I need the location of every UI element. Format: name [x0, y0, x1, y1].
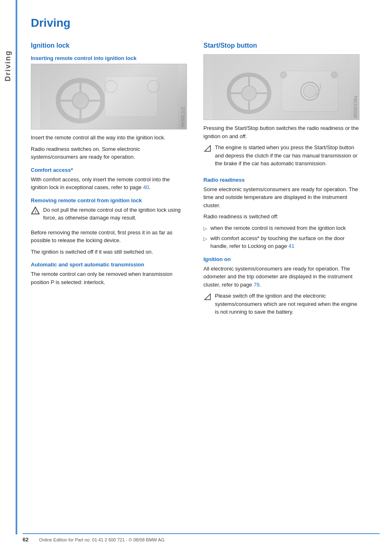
svg-text:!: !: [35, 209, 36, 213]
inserting-para1: Insert the remote control all the way in…: [31, 134, 187, 142]
ignition-image-inner: Z7C30BAA: [31, 64, 187, 129]
comfort-page-ref[interactable]: 40: [143, 184, 149, 190]
section-start-stop: Start/Stop button: [203, 42, 360, 49]
svg-point-17: [242, 86, 256, 101]
footer-text: Online Edition for Part no. 01 41 2 600 …: [39, 537, 164, 542]
subsection-inserting-heading: Inserting remote control into ignition l…: [31, 55, 187, 61]
start-stop-intro: Pressing the Start/Stop button switches …: [203, 124, 360, 140]
left-column: Ignition lock Inserting remote control i…: [31, 42, 187, 323]
engine-note-block: The engine is started when you press the…: [203, 143, 360, 171]
comfort-para: With comfort access, only insert the rem…: [31, 176, 187, 192]
ignition-note-block: Please switch off the ignition and the e…: [203, 292, 360, 319]
blue-vertical-bar: [16, 0, 17, 534]
sidebar-driving-label: Driving: [0, 25, 16, 107]
svg-point-24: [303, 85, 316, 98]
svg-marker-27: [205, 146, 210, 151]
right-image-caption: FBC53559A: [353, 96, 357, 118]
ignition-note-triangle-icon: [203, 293, 212, 301]
start-stop-svg: [204, 55, 359, 120]
ignition-page-ref[interactable]: 79: [254, 282, 259, 288]
bullet-arrow-2: ▷: [203, 235, 207, 243]
removing-para1: Before removing the remote control, firs…: [31, 229, 187, 245]
subsection-automatic-heading: Automatic and sport automatic transmissi…: [31, 261, 187, 268]
sidebar-text: Driving: [4, 50, 12, 81]
section-ignition-lock: Ignition lock: [31, 42, 187, 49]
svg-rect-10: [105, 76, 157, 117]
radio-para: Some electronic systems/consumers are re…: [203, 185, 360, 210]
radio-switched-off: Radio readiness is switched off:: [203, 213, 360, 221]
warning-triangle-icon: !: [31, 206, 40, 215]
radio-page-ref[interactable]: 41: [288, 243, 294, 249]
subsection-radio-heading: Radio readiness: [203, 177, 360, 183]
two-columns: Ignition lock Inserting remote control i…: [31, 42, 380, 323]
svg-marker-28: [205, 294, 210, 300]
left-image-caption: Z7C30BAA: [180, 107, 185, 127]
automatic-para: The remote control can only be removed w…: [31, 270, 187, 286]
main-content: Driving Ignition lock Inserting remote c…: [23, 0, 392, 339]
svg-point-26: [331, 72, 337, 78]
subsection-removing-heading: Removing remote control from ignition lo…: [31, 197, 187, 204]
page-number: 62: [23, 536, 35, 543]
engine-note-text: The engine is started when you press the…: [215, 143, 360, 168]
svg-point-25: [280, 72, 287, 78]
removing-warning-block: ! Do not pull the remote control out of …: [31, 206, 187, 225]
removing-para2: The ignition is switched off if it was s…: [31, 248, 187, 256]
bullet-arrow-1: ▷: [203, 225, 207, 232]
ignition-para1: All electronic systems/consumers are rea…: [203, 265, 360, 289]
bullet-text-1: when the remote control is removed from …: [210, 224, 346, 232]
svg-point-2: [72, 92, 89, 109]
subsection-comfort-heading: Comfort access*: [31, 167, 187, 173]
right-column: Start/Stop button: [203, 42, 360, 323]
page-footer: 62 Online Edition for Part no. 01 41 2 6…: [23, 533, 380, 543]
bullet-text-2: with comfort access* by touching the sur…: [210, 234, 360, 250]
bullet-item-2: ▷ with comfort access* by touching the s…: [203, 234, 360, 250]
start-stop-image-inner: FBC53559A: [204, 55, 359, 120]
ignition-lock-image: Z7C30BAA: [31, 64, 187, 130]
subsection-ignition-heading: Ignition on: [203, 256, 360, 262]
engine-note-triangle-icon: [203, 144, 212, 153]
ignition-svg: [31, 64, 187, 129]
radio-bullet-list: ▷ when the remote control is removed fro…: [203, 224, 360, 250]
page-title: Driving: [31, 16, 380, 30]
start-stop-image: FBC53559A: [203, 54, 360, 120]
inserting-para2: Radio readiness switches on. Some electr…: [31, 145, 187, 161]
bullet-item-1: ▷ when the remote control is removed fro…: [203, 224, 360, 232]
removing-warning-text: Do not pull the remote control out of th…: [43, 206, 187, 222]
ignition-note-text: Please switch off the ignition and the e…: [215, 292, 360, 316]
